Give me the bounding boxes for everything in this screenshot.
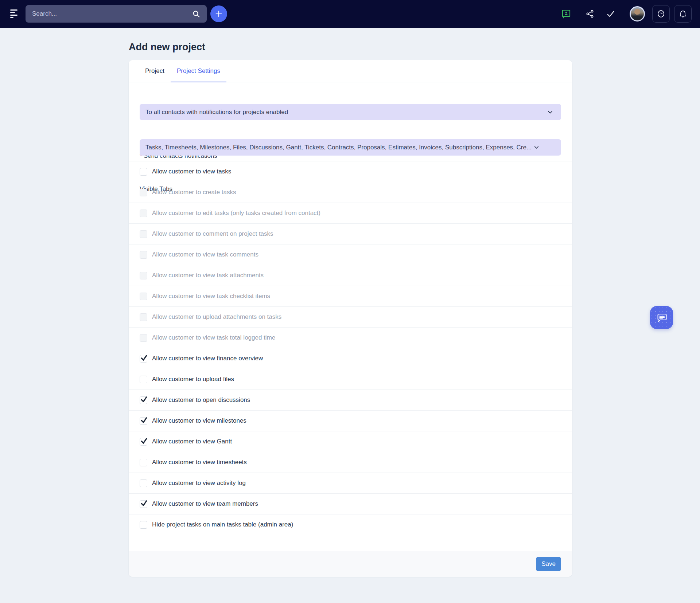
- setting-checkbox[interactable]: [140, 313, 147, 321]
- setting-row: Allow customer to create tasks: [129, 182, 572, 203]
- setting-checkbox[interactable]: [140, 189, 147, 196]
- setting-label[interactable]: Allow customer to view activity log: [152, 479, 246, 487]
- avatar: [630, 6, 645, 21]
- timers-button[interactable]: [652, 0, 670, 28]
- chevron-down-icon: [547, 109, 553, 117]
- checkmark-icon: [140, 396, 148, 403]
- setting-label[interactable]: Allow customer to edit tasks (only tasks…: [152, 210, 320, 217]
- setting-label[interactable]: Allow customer to view task checklist it…: [152, 293, 270, 300]
- setting-label[interactable]: Allow customer to create tasks: [152, 189, 236, 196]
- setting-row: Allow customer to view task checklist it…: [129, 286, 572, 307]
- setting-checkbox[interactable]: [140, 230, 147, 238]
- top-navbar: [0, 0, 700, 28]
- card-footer: Save: [129, 551, 572, 577]
- setting-label[interactable]: Allow customer to view task attachments: [152, 272, 264, 279]
- share-button[interactable]: [586, 0, 594, 28]
- setting-row: Allow customer to view task total logged…: [129, 328, 572, 348]
- checkmark-icon: [140, 416, 148, 424]
- search-box: [26, 5, 207, 23]
- setting-row: Allow customer to view team members: [129, 494, 572, 514]
- setting-checkbox[interactable]: [140, 417, 147, 425]
- user-menu[interactable]: [630, 0, 645, 28]
- setting-row: Hide project tasks on main tasks table (…: [129, 514, 572, 535]
- share-icon: [586, 9, 594, 18]
- search-icon[interactable]: [192, 10, 200, 18]
- setting-label[interactable]: Allow customer to view task comments: [152, 251, 258, 258]
- setting-row: Allow customer to view task attachments: [129, 265, 572, 286]
- setting-checkbox[interactable]: [140, 334, 147, 342]
- setting-row: Allow customer to view Gantt: [129, 431, 572, 452]
- screen: Add new project Project Project Settings…: [0, 0, 700, 603]
- setting-checkbox[interactable]: [140, 500, 147, 508]
- setting-checkbox[interactable]: [140, 521, 147, 529]
- setting-checkbox[interactable]: [140, 396, 147, 404]
- settings-list: Allow customer to view tasks Allow custo…: [129, 161, 572, 535]
- setting-label[interactable]: Allow customer to view task total logged…: [152, 334, 275, 341]
- setting-label[interactable]: Hide project tasks on main tasks table (…: [152, 521, 293, 528]
- setting-checkbox[interactable]: [140, 272, 147, 279]
- search-input[interactable]: [26, 10, 192, 17]
- setting-row: Allow customer to view activity log: [129, 473, 572, 494]
- setting-row: Allow customer to open discussions: [129, 390, 572, 411]
- setting-label[interactable]: Allow customer to view milestones: [152, 417, 246, 424]
- add-button[interactable]: [210, 5, 227, 22]
- check-icon: [606, 9, 615, 19]
- plus-icon: [215, 10, 223, 18]
- add-project-card: Project Project Settings *Send contacts …: [129, 60, 572, 577]
- setting-row: Allow customer to comment on project tas…: [129, 224, 572, 244]
- tab-bar: Project Project Settings: [129, 60, 572, 82]
- setting-label[interactable]: Allow customer to upload attachments on …: [152, 313, 281, 321]
- setting-label[interactable]: Allow customer to view Gantt: [152, 438, 232, 445]
- setting-checkbox[interactable]: [140, 355, 147, 363]
- setting-checkbox[interactable]: [140, 168, 147, 176]
- clock-icon: [657, 9, 665, 18]
- chat-widget-button[interactable]: [650, 306, 673, 329]
- setting-checkbox[interactable]: [140, 459, 147, 466]
- save-button[interactable]: Save: [536, 557, 561, 571]
- setting-label[interactable]: Allow customer to open discussions: [152, 396, 250, 404]
- todo-button[interactable]: [606, 0, 615, 28]
- chevron-down-icon: [534, 145, 539, 150]
- setting-label[interactable]: Allow customer to view timesheets: [152, 459, 247, 466]
- setting-row: Allow customer to view task comments: [129, 244, 572, 265]
- checkmark-icon: [140, 437, 148, 445]
- customers-online-button[interactable]: [561, 0, 571, 28]
- setting-row: Allow customer to edit tasks (only tasks…: [129, 203, 572, 224]
- setting-row: Allow customer to view timesheets: [129, 452, 572, 473]
- setting-row: Allow customer to view finance overview: [129, 348, 572, 369]
- checkmark-icon: [140, 354, 148, 361]
- setting-row: Allow customer to upload attachments on …: [129, 307, 572, 328]
- tab-project[interactable]: Project: [139, 60, 171, 82]
- chat-user-icon: [561, 9, 571, 19]
- chat-bubble-icon: [656, 312, 668, 324]
- checkmark-icon: [140, 500, 148, 507]
- visible-tabs-select[interactable]: Tasks, Timesheets, Milestones, Files, Di…: [140, 139, 561, 156]
- setting-label[interactable]: Allow customer to view team members: [152, 500, 258, 508]
- menu-icon[interactable]: [10, 9, 19, 18]
- setting-checkbox[interactable]: [140, 479, 147, 487]
- setting-label[interactable]: Allow customer to comment on project tas…: [152, 230, 273, 238]
- setting-row: Allow customer to view milestones: [129, 411, 572, 431]
- bell-icon: [678, 9, 687, 18]
- setting-checkbox[interactable]: [140, 210, 147, 217]
- notifications-button[interactable]: [674, 0, 692, 28]
- setting-checkbox[interactable]: [140, 251, 147, 259]
- setting-checkbox[interactable]: [140, 438, 147, 446]
- setting-label[interactable]: Allow customer to view finance overview: [152, 355, 263, 362]
- setting-row: Allow customer to upload files: [129, 369, 572, 390]
- page-title: Add new project: [129, 42, 205, 53]
- setting-row: Allow customer to view tasks: [129, 161, 572, 182]
- tab-project-settings[interactable]: Project Settings: [171, 60, 226, 82]
- setting-label[interactable]: Allow customer to upload files: [152, 376, 234, 383]
- setting-checkbox[interactable]: [140, 293, 147, 300]
- setting-label[interactable]: Allow customer to view tasks: [152, 168, 231, 175]
- notifications-select[interactable]: To all contacts with notifications for p…: [140, 104, 561, 120]
- setting-checkbox[interactable]: [140, 376, 147, 383]
